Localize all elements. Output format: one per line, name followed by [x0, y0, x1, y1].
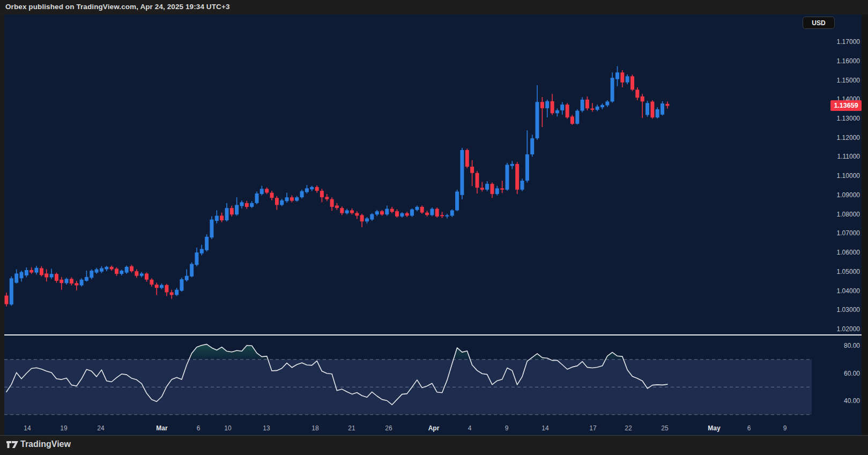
candle: [435, 209, 439, 217]
candle: [581, 100, 584, 111]
candle: [360, 215, 364, 221]
chart-canvas[interactable]: 1.170001.160001.150001.140001.130001.120…: [0, 0, 868, 455]
candle: [460, 150, 464, 195]
candle: [375, 211, 379, 214]
candle: [265, 189, 269, 192]
candle: [551, 101, 554, 114]
candle: [615, 72, 619, 79]
candle: [300, 191, 304, 197]
candle: [585, 100, 589, 108]
candle: [75, 283, 78, 285]
candle: [190, 264, 194, 277]
candle: [305, 188, 309, 192]
candle: [14, 273, 18, 282]
candle: [515, 164, 519, 190]
candle: [5, 296, 9, 304]
candle: [35, 268, 39, 273]
candle: [220, 216, 224, 221]
candle: [29, 270, 33, 273]
candle: [275, 198, 279, 205]
candle: [350, 211, 354, 213]
candle: [415, 207, 419, 210]
price-axis[interactable]: [812, 14, 862, 408]
candle: [65, 279, 69, 283]
candle: [510, 164, 514, 166]
candle: [225, 208, 229, 220]
candle: [130, 266, 133, 271]
candle: [611, 78, 614, 101]
candle: [260, 189, 264, 194]
candle: [661, 103, 664, 115]
candle: [230, 208, 234, 214]
candle: [135, 271, 138, 276]
candle: [140, 273, 144, 275]
candle: [500, 188, 504, 190]
candle: [570, 116, 574, 124]
candle: [620, 72, 624, 83]
candle: [380, 211, 384, 214]
candle: [560, 105, 564, 110]
candle: [125, 267, 129, 273]
candle: [385, 209, 389, 215]
candle: [470, 167, 474, 173]
candle: [100, 268, 103, 271]
candle: [255, 193, 259, 203]
candle: [355, 213, 359, 216]
candle: [395, 211, 399, 217]
candle: [445, 215, 449, 217]
candle: [195, 252, 198, 265]
candle: [215, 216, 219, 221]
candle: [566, 105, 569, 117]
candle: [25, 270, 28, 275]
candle: [626, 76, 629, 82]
candle: [596, 107, 599, 110]
footer-bar: TradingView: [0, 436, 868, 455]
candle: [330, 199, 334, 207]
candle: [600, 105, 604, 107]
candle: [365, 219, 369, 222]
candle: [450, 211, 454, 216]
candle: [205, 237, 209, 250]
time-axis[interactable]: [4, 418, 862, 435]
candle: [250, 203, 254, 207]
candle: [200, 249, 204, 253]
candle: [455, 191, 459, 210]
candle: [656, 109, 659, 117]
candle: [150, 280, 153, 285]
candle: [605, 102, 609, 106]
candle: [545, 101, 549, 108]
candle: [290, 197, 294, 200]
candle: [50, 274, 54, 277]
candle: [310, 187, 314, 189]
chart-left-margin: [0, 14, 4, 436]
candle: [60, 280, 63, 283]
candle: [115, 268, 118, 274]
candle: [105, 267, 108, 270]
candle: [10, 278, 13, 304]
candle: [80, 280, 84, 286]
candle: [430, 209, 434, 215]
candle: [90, 271, 93, 278]
header-bar: Orbex published on TradingView.com, Apr …: [0, 0, 868, 14]
candle: [175, 290, 179, 295]
candle: [525, 154, 529, 181]
candle: [165, 285, 168, 293]
tradingview-logo-icon[interactable]: [6, 441, 19, 450]
candle: [650, 102, 654, 118]
candle: [646, 103, 649, 115]
candle: [521, 181, 524, 190]
candle: [160, 285, 164, 288]
candle: [295, 197, 299, 200]
candle: [641, 96, 644, 102]
candle: [400, 213, 404, 217]
candle: [270, 193, 274, 198]
candle: [245, 203, 249, 207]
candle: [55, 274, 58, 281]
candle: [476, 173, 479, 188]
candle: [180, 279, 183, 290]
candle: [480, 188, 484, 190]
candle: [285, 197, 289, 201]
candle: [485, 184, 489, 190]
candle: [110, 267, 114, 270]
candle: [235, 205, 239, 214]
